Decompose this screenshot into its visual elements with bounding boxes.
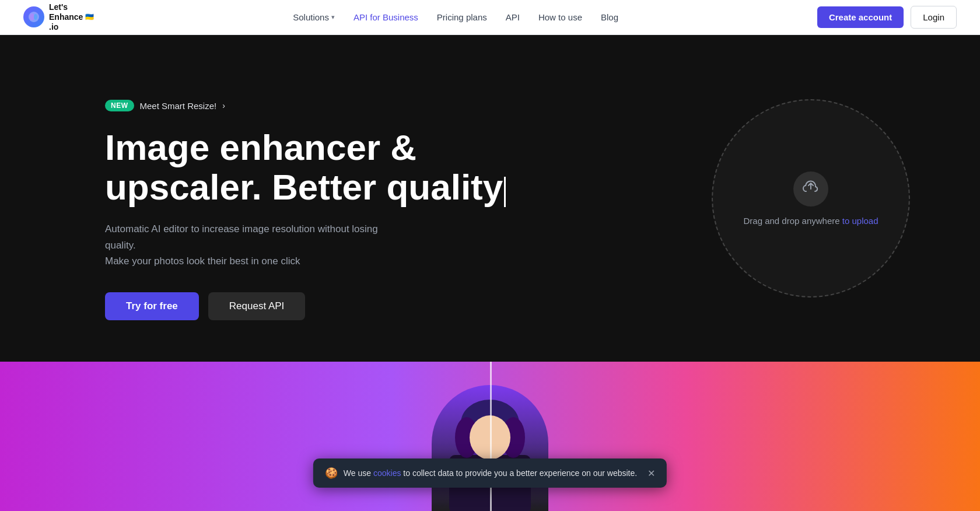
nav-blog[interactable]: Blog [601,12,618,22]
chevron-down-icon: ▾ [331,13,335,21]
svg-point-2 [34,14,37,20]
preview-section [0,362,980,511]
hero-heading: Image enhancer & upscaler. Better qualit… [105,128,525,207]
nav-solutions[interactable]: Solutions ▾ [293,12,335,22]
logo[interactable]: Let's Enhance .io 🇺🇦 [23,2,94,32]
cookie-banner: 🍪 We use cookies to collect data to prov… [313,459,667,488]
logo-icon [23,6,44,27]
request-api-button[interactable]: Request API [208,292,306,320]
nav-how-to-use[interactable]: How to use [538,12,582,22]
hero-subtext: Automatic AI editor to increase image re… [105,221,408,269]
new-badge-arrow-icon: › [222,101,225,110]
upload-icon-wrap [793,172,828,206]
nav-api[interactable]: API [506,12,520,22]
svg-point-1 [30,13,34,20]
new-badge-text[interactable]: Meet Smart Resize! [140,101,217,111]
login-button[interactable]: Login [911,6,957,29]
cookie-text: We use cookies to collect data to provid… [344,468,637,478]
upload-text: Drag and drop anywhere to upload [743,216,878,226]
nav-api-business[interactable]: API for Business [354,12,418,22]
nav-pricing[interactable]: Pricing plans [437,12,487,22]
try-free-button[interactable]: Try for free [105,292,199,320]
preview-divider [490,362,492,511]
cookie-close-button[interactable]: ✕ [648,468,655,479]
hero-right: Drag and drop anywhere to upload [688,35,980,362]
create-account-button[interactable]: Create account [817,6,904,28]
logo-text: Let's Enhance .io [49,2,83,32]
cursor-icon [504,177,506,208]
upload-cloud-icon [802,177,820,200]
new-badge-row: NEW Meet Smart Resize! › [105,100,688,111]
hero-section: NEW Meet Smart Resize! › Image enhancer … [0,0,980,362]
cookies-link[interactable]: cookies [373,468,401,478]
site-header: Let's Enhance .io 🇺🇦 Solutions ▾ API for… [0,0,980,35]
cta-row: Try for free Request API [105,292,688,320]
cookie-emoji-icon: 🍪 [325,467,338,480]
logo-flag: 🇺🇦 [85,13,94,21]
upload-dropzone[interactable]: Drag and drop anywhere to upload [712,99,910,298]
upload-link[interactable]: to upload [842,216,878,226]
new-badge: NEW [105,100,134,111]
main-nav: Solutions ▾ API for Business Pricing pla… [293,12,618,22]
header-actions: Create account Login [817,6,957,29]
hero-left: NEW Meet Smart Resize! › Image enhancer … [0,35,688,362]
